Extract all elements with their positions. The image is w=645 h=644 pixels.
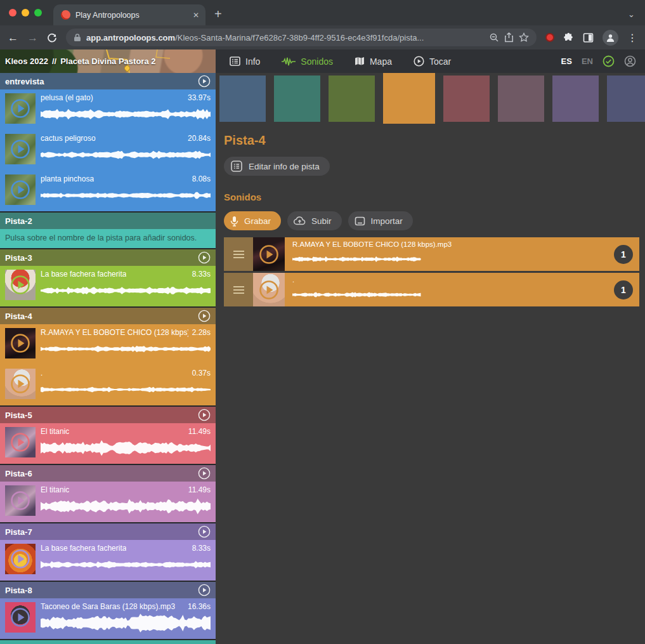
sound-item[interactable]: La base fachera facherita 8.33s (0, 266, 216, 306)
sound-thumbnail[interactable] (253, 237, 285, 271)
play-button-icon[interactable] (258, 244, 280, 265)
side-panel-icon[interactable] (583, 32, 594, 43)
sound-item[interactable]: . 0.37s (0, 365, 216, 405)
track-header[interactable]: Pista-6 (0, 465, 216, 482)
play-button-icon[interactable] (10, 98, 31, 119)
sound-thumbnail[interactable] (5, 485, 36, 516)
account-icon[interactable] (624, 55, 636, 67)
track-header[interactable]: Pista-5 (0, 407, 216, 423)
zoom-out-icon[interactable] (489, 32, 499, 43)
reload-button[interactable] (47, 32, 57, 43)
track-swatch-2[interactable] (274, 76, 320, 122)
track-header[interactable]: entrevista (0, 73, 216, 89)
panel-sound-row[interactable]: R.AMAYA Y EL BOBOTE CHICO (128 kbps).mp3… (224, 237, 639, 271)
project-banner[interactable]: Kleos 2022//Placeta Divina Pastora 2 (0, 49, 216, 73)
track-swatch-1[interactable] (219, 76, 266, 122)
new-tab-button[interactable]: + (214, 7, 222, 22)
track-swatch-6[interactable] (498, 76, 544, 122)
breadcrumb-page[interactable]: Placeta Divina Pastora 2 (60, 56, 155, 66)
track-play-button[interactable] (198, 467, 211, 480)
drag-handle[interactable] (224, 273, 253, 306)
sound-thumbnail[interactable] (5, 174, 36, 205)
bookmark-star-icon[interactable] (519, 32, 529, 43)
sound-thumbnail[interactable] (253, 273, 285, 306)
track-header[interactable]: Pista-7 (0, 523, 216, 540)
play-button-icon[interactable] (10, 373, 31, 395)
sound-item[interactable]: pelusa (el gato) 33.97s (0, 89, 216, 130)
lang-en-button[interactable]: EN (582, 56, 593, 66)
play-button-icon[interactable] (10, 548, 31, 570)
upload-button[interactable]: Subir (287, 211, 342, 230)
breadcrumb-project[interactable]: Kleos 2022 (5, 56, 48, 66)
track-header[interactable]: Pista-3 (0, 249, 216, 266)
track-play-button[interactable] (198, 409, 211, 421)
sound-thumbnail[interactable] (5, 93, 36, 124)
track-swatch-5[interactable] (443, 76, 490, 122)
zoom-window-button[interactable] (34, 9, 42, 16)
macos-traffic-lights[interactable] (0, 0, 53, 25)
play-button-icon[interactable] (10, 431, 31, 453)
track-swatch-4[interactable] (383, 73, 435, 124)
play-button-icon[interactable] (10, 332, 31, 354)
sound-info: R.AMAYA Y EL BOBOTE CHICO (128 kbps)....… (41, 328, 211, 362)
drag-handle[interactable] (224, 237, 253, 271)
sound-thumbnail[interactable] (5, 270, 36, 300)
address-bar[interactable]: app.antropoloops.com/Kleos-Santa-Marina/… (66, 29, 537, 46)
track-play-button[interactable] (198, 310, 211, 322)
extensions-puzzle-icon[interactable] (563, 32, 574, 43)
share-icon[interactable] (504, 32, 514, 43)
saved-check-icon[interactable] (603, 55, 615, 67)
sound-item[interactable]: El titanic 11.49s (0, 482, 216, 522)
track-play-button[interactable] (198, 584, 211, 596)
lang-es-button[interactable]: ES (561, 56, 572, 66)
nav-item-mapa[interactable]: Mapa (355, 56, 392, 67)
sound-item[interactable]: R.AMAYA Y EL BOBOTE CHICO (128 kbps)....… (0, 324, 216, 365)
track-header[interactable]: Pista-8 (0, 582, 216, 598)
back-button[interactable]: ← (8, 32, 18, 43)
edit-track-info-button[interactable]: Editar info de pista (224, 157, 330, 176)
track-swatch-8[interactable] (607, 76, 645, 122)
sound-thumbnail[interactable] (5, 369, 36, 399)
sound-item[interactable]: cactus peligroso 20.84s (0, 130, 216, 171)
track-swatch-7[interactable] (552, 76, 599, 122)
play-button-icon[interactable] (10, 138, 31, 160)
sound-thumbnail[interactable] (5, 602, 36, 633)
sound-duration: 33.97s (188, 93, 211, 102)
play-button-icon[interactable] (10, 179, 31, 200)
sound-item[interactable]: planta pinchosa 8.08s (0, 171, 216, 211)
track-play-button[interactable] (198, 525, 211, 538)
waveform (41, 105, 211, 124)
sound-item[interactable]: La base fachera facherita 8.33s (0, 540, 216, 581)
nav-item-sonidos[interactable]: Sonidos (282, 56, 333, 67)
recording-extension-icon[interactable] (545, 33, 554, 42)
import-button[interactable]: Importar (348, 211, 413, 230)
sound-thumbnail[interactable] (5, 544, 36, 574)
tab-close-icon[interactable]: ✕ (193, 11, 199, 20)
track-swatch-3[interactable] (329, 76, 375, 122)
minimize-window-button[interactable] (22, 9, 29, 16)
record-button[interactable]: Grabar (224, 211, 281, 230)
forward-button[interactable]: → (27, 32, 38, 43)
track-play-button[interactable] (198, 251, 211, 264)
profile-avatar[interactable] (603, 30, 618, 46)
tab-search-chevron-icon[interactable]: ⌄ (628, 10, 635, 19)
track-header[interactable]: Pista-4 (0, 308, 216, 324)
play-button-icon[interactable] (10, 490, 31, 511)
track-play-button[interactable] (198, 75, 211, 88)
play-button-icon[interactable] (10, 607, 31, 628)
nav-item-tocar[interactable]: Tocar (414, 56, 451, 67)
track-header[interactable]: Pista-2 (0, 213, 216, 229)
sound-thumbnail[interactable] (5, 134, 36, 164)
browser-menu-icon[interactable]: ⋮ (627, 32, 637, 44)
sound-item[interactable]: El titanic 11.49s (0, 423, 216, 464)
nav-item-info[interactable]: Info (230, 56, 260, 67)
close-window-button[interactable] (9, 9, 16, 16)
browser-tab[interactable]: Play Antropoloops ✕ (53, 4, 205, 25)
sound-item[interactable]: Taconeo de Sara Baras (128 kbps).mp3 16.… (0, 598, 216, 639)
play-button-icon[interactable] (258, 279, 280, 301)
sound-thumbnail[interactable] (5, 328, 36, 358)
panel-sound-row[interactable]: . 1 (224, 273, 639, 306)
lock-icon[interactable] (74, 33, 81, 42)
sound-thumbnail[interactable] (5, 427, 36, 457)
play-button-icon[interactable] (10, 274, 31, 296)
